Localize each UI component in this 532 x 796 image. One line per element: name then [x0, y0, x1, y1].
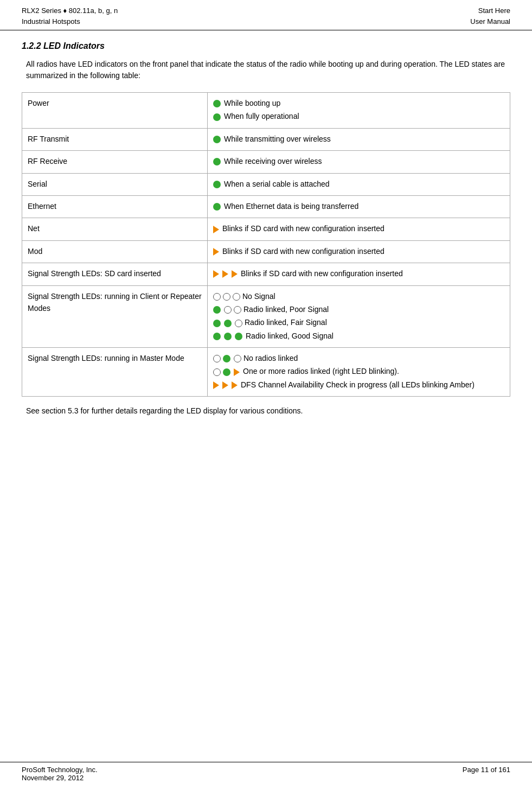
footnote: See section 5.3 for further details rega…: [22, 405, 510, 417]
led-desc-line: One or more radios linked (right LED bli…: [213, 365, 504, 377]
led-desc-text: One or more radios linked (right LED bli…: [243, 365, 399, 377]
led-label-cell: RF Receive: [22, 151, 208, 173]
led-desc-line: When a serial cable is attached: [213, 178, 504, 190]
led-desc-line: No Signal: [213, 290, 504, 302]
led-desc-line: Radio linked, Good Signal: [213, 330, 504, 342]
section-heading: 1.2.2 LED Indicators: [22, 41, 510, 51]
led-desc-text: While booting up: [224, 97, 280, 109]
led-desc-text: Blinks if SD card with new configuration…: [222, 245, 384, 257]
table-row: EthernetWhen Ethernet data is being tran…: [22, 195, 510, 218]
led-desc-text: DFS Channel Availability Check in progre…: [241, 379, 475, 391]
footer-page: Page 11 of 161: [463, 766, 510, 782]
led-desc-cell: No radios linkedOne or more radios linke…: [208, 348, 510, 397]
table-row: RF ReceiveWhile receiving over wireless: [22, 151, 510, 173]
led-desc-text: When fully operational: [224, 110, 299, 122]
led-label-cell: Signal Strength LEDs: running in Master …: [22, 348, 208, 397]
footer-date: November 29, 2012: [22, 774, 98, 782]
led-desc-line: Blinks if SD card with new configuration…: [213, 222, 504, 234]
table-row: Signal Strength LEDs: running in Master …: [22, 348, 510, 397]
table-row: Signal Strength LEDs: running in Client …: [22, 285, 510, 348]
intro-text: All radios have LED indicators on the fr…: [22, 59, 510, 81]
header-manual: User Manual: [470, 16, 510, 27]
led-desc-text: Radio linked, Fair Signal: [245, 316, 327, 328]
header-right: Start Here User Manual: [470, 5, 510, 27]
led-label-cell: Ethernet: [22, 195, 208, 218]
led-desc-cell: No SignalRadio linked, Poor SignalRadio …: [208, 285, 510, 348]
led-label-cell: Serial: [22, 173, 208, 195]
led-desc-cell: When a serial cable is attached: [208, 173, 510, 195]
table-row: ModBlinks if SD card with new configurat…: [22, 240, 510, 263]
table-row: RF TransmitWhile transmitting over wirel…: [22, 128, 510, 150]
led-desc-text: While receiving over wireless: [224, 155, 322, 167]
led-desc-line: While booting up: [213, 97, 504, 109]
main-content: 1.2.2 LED Indicators All radios have LED…: [0, 30, 532, 449]
led-desc-line: No radios linked: [213, 352, 504, 364]
led-desc-text: While transmitting over wireless: [224, 133, 331, 145]
led-desc-line: DFS Channel Availability Check in progre…: [213, 379, 504, 391]
led-desc-line: Blinks if SD card with new configuration…: [213, 245, 504, 257]
led-desc-text: Blinks if SD card with new configuration…: [241, 268, 403, 279]
header-doc-type: Start Here: [470, 5, 510, 16]
footer-left: ProSoft Technology, Inc. November 29, 20…: [22, 766, 98, 782]
led-desc-text: Radio linked, Good Signal: [246, 330, 334, 342]
led-desc-line: While transmitting over wireless: [213, 133, 504, 145]
led-desc-line: Radio linked, Fair Signal: [213, 316, 504, 328]
led-desc-line: Radio linked, Poor Signal: [213, 303, 504, 315]
led-label-cell: Power: [22, 93, 208, 129]
table-row: SerialWhen a serial cable is attached: [22, 173, 510, 195]
led-desc-text: When Ethernet data is being transferred: [224, 200, 358, 212]
led-desc-text: When a serial cable is attached: [224, 178, 330, 190]
led-desc-text: Radio linked, Poor Signal: [243, 303, 329, 315]
led-desc-text: No radios linked: [243, 352, 298, 364]
led-label-cell: Signal Strength LEDs: SD card inserted: [22, 263, 208, 285]
table-row: Signal Strength LEDs: SD card inserted B…: [22, 263, 510, 285]
led-label-cell: RF Transmit: [22, 128, 208, 150]
led-label-cell: Net: [22, 218, 208, 240]
page-header: RLX2 Series ♦ 802.11a, b, g, n Industria…: [0, 0, 532, 30]
footer-company: ProSoft Technology, Inc.: [22, 766, 98, 774]
led-desc-line: Blinks if SD card with new configuration…: [213, 268, 504, 279]
led-desc-cell: Blinks if SD card with new configuration…: [208, 218, 510, 240]
header-product: RLX2 Series ♦ 802.11a, b, g, n: [22, 5, 118, 16]
led-desc-cell: When Ethernet data is being transferred: [208, 195, 510, 218]
led-desc-line: While receiving over wireless: [213, 155, 504, 167]
led-label-cell: Signal Strength LEDs: running in Client …: [22, 285, 208, 348]
led-desc-cell: While booting upWhen fully operational: [208, 93, 510, 129]
table-row: PowerWhile booting upWhen fully operatio…: [22, 93, 510, 129]
led-desc-cell: Blinks if SD card with new configuration…: [208, 263, 510, 285]
header-category: Industrial Hotspots: [22, 16, 118, 27]
led-desc-cell: While receiving over wireless: [208, 151, 510, 173]
led-desc-text: No Signal: [242, 290, 275, 302]
page-footer: ProSoft Technology, Inc. November 29, 20…: [0, 762, 532, 785]
table-row: NetBlinks if SD card with new configurat…: [22, 218, 510, 240]
led-desc-cell: While transmitting over wireless: [208, 128, 510, 150]
led-desc-line: When Ethernet data is being transferred: [213, 200, 504, 212]
led-label-cell: Mod: [22, 240, 208, 263]
led-desc-text: Blinks if SD card with new configuration…: [222, 222, 384, 234]
led-table: PowerWhile booting upWhen fully operatio…: [22, 92, 510, 397]
header-left: RLX2 Series ♦ 802.11a, b, g, n Industria…: [22, 5, 118, 27]
led-desc-line: When fully operational: [213, 110, 504, 122]
led-desc-cell: Blinks if SD card with new configuration…: [208, 240, 510, 263]
